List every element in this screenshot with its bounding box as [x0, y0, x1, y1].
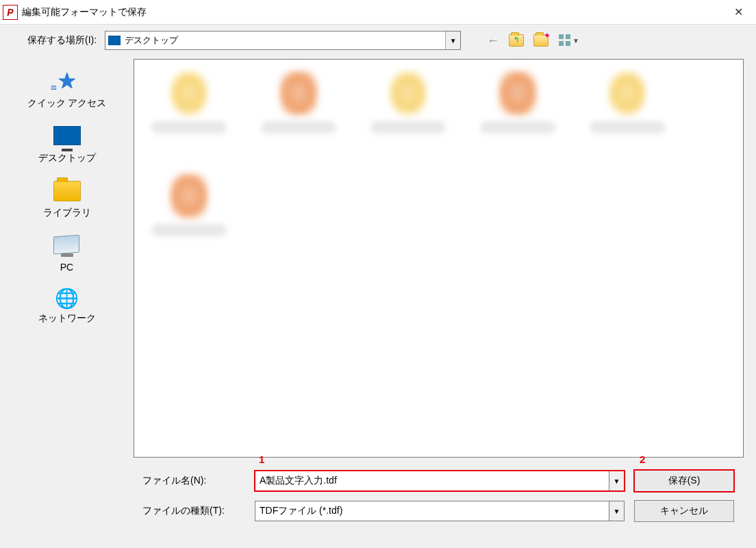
save-button-label: 保存(S)	[668, 475, 701, 487]
location-toolbar: 保存する場所(I): デスクトップ ▼ ← ▼	[0, 25, 756, 56]
location-value: デスクトップ	[125, 34, 178, 47]
sidebar-item-pc[interactable]: PC	[53, 233, 81, 273]
filetype-select[interactable]: TDFファイル (*.tdf) ▼	[255, 501, 625, 521]
file-item[interactable]	[470, 71, 566, 153]
file-item[interactable]	[251, 71, 346, 153]
back-icon[interactable]: ←	[487, 34, 499, 48]
sidebar-item-network[interactable]: ネットワーク	[38, 286, 96, 325]
pc-icon	[53, 235, 79, 255]
filename-value: A製品文字入力.tdf	[260, 475, 337, 487]
file-grid	[141, 71, 736, 256]
nav-icons: ← ▼	[487, 34, 580, 48]
save-button[interactable]: 保存(S)	[634, 470, 734, 492]
sidebar-item-label: ライブラリ	[43, 207, 91, 219]
window-title: 編集可能フォーマットで保存	[22, 6, 723, 18]
folder-up-icon[interactable]	[509, 34, 524, 47]
filetype-row: ファイルの種類(T): TDFファイル (*.tdf) ▼ キャンセル	[142, 496, 742, 526]
view-menu-button[interactable]: ▼	[558, 34, 580, 47]
filename-label: ファイル名(N):	[142, 475, 245, 487]
file-list-area[interactable]	[134, 59, 744, 458]
app-icon: P	[3, 5, 18, 20]
sidebar-item-desktop[interactable]: デスクトップ	[38, 123, 96, 164]
places-sidebar: ≡ クイック アクセス デスクトップ ライブラリ PC ネットワーク	[0, 56, 134, 460]
filename-input[interactable]: A製品文字入力.tdf ▼	[255, 471, 625, 491]
main-area: ≡ クイック アクセス デスクトップ ライブラリ PC ネットワーク	[0, 56, 756, 460]
filename-dropdown-button[interactable]: ▼	[609, 471, 624, 490]
file-item[interactable]	[360, 71, 456, 153]
chevron-down-icon: ▼	[572, 37, 579, 45]
file-item[interactable]	[141, 71, 237, 153]
quickaccess-icon: ≡	[53, 68, 80, 93]
cancel-button[interactable]: キャンセル	[634, 500, 734, 522]
location-label: 保存する場所(I):	[27, 34, 97, 47]
titlebar: P 編集可能フォーマットで保存 ✕	[0, 0, 756, 25]
sidebar-item-label: デスクトップ	[38, 152, 96, 164]
library-icon	[53, 181, 81, 201]
file-item[interactable]	[579, 71, 675, 153]
filename-row: 1 2 ファイル名(N): A製品文字入力.tdf ▼ 保存(S)	[142, 466, 742, 496]
filetype-value: TDFファイル (*.tdf)	[260, 505, 342, 517]
sidebar-item-label: PC	[60, 262, 73, 273]
sidebar-item-library[interactable]: ライブラリ	[43, 178, 91, 219]
annotation-2: 2	[640, 453, 645, 465]
close-button[interactable]: ✕	[723, 0, 753, 25]
view-grid-icon	[559, 34, 571, 47]
cancel-button-label: キャンセル	[660, 505, 708, 517]
filetype-label: ファイルの種類(T):	[142, 505, 245, 517]
file-item[interactable]	[141, 173, 237, 256]
desktop-icon	[53, 126, 81, 145]
location-dropdown-button[interactable]: ▼	[445, 32, 460, 49]
network-icon	[55, 288, 79, 308]
sidebar-item-quickaccess[interactable]: ≡ クイック アクセス	[27, 68, 107, 110]
annotation-1: 1	[259, 453, 264, 465]
bottom-panel: 1 2 ファイル名(N): A製品文字入力.tdf ▼ 保存(S) ファイルの種…	[0, 460, 756, 537]
location-select[interactable]: デスクトップ ▼	[105, 31, 461, 50]
new-folder-icon[interactable]	[533, 34, 549, 47]
desktop-mini-icon	[108, 36, 121, 45]
sidebar-item-label: ネットワーク	[38, 312, 96, 325]
sidebar-item-label: クイック アクセス	[27, 97, 107, 110]
filetype-dropdown-button[interactable]: ▼	[609, 501, 624, 521]
close-icon: ✕	[734, 5, 743, 18]
